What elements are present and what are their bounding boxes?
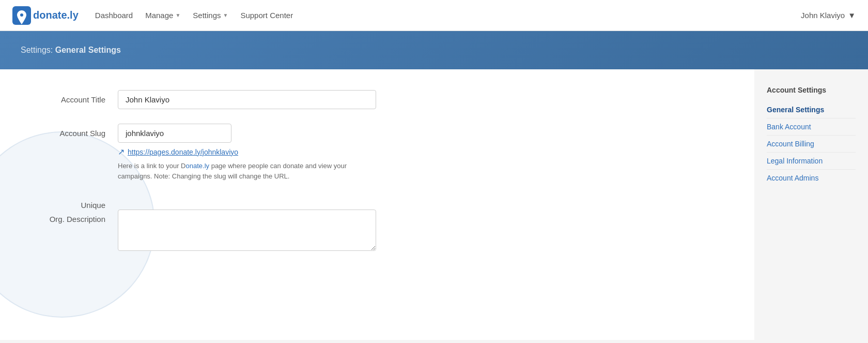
nav-support[interactable]: Support Center xyxy=(240,11,293,20)
slug-desc-highlight: onate.ly xyxy=(186,162,210,170)
sidebar-item-bank-label: Bank Account xyxy=(767,123,811,131)
slug-description: Here is a link to your Donate.ly page wh… xyxy=(118,161,376,181)
sidebar-item-admins-label: Account Admins xyxy=(767,174,818,182)
slug-desc-part1: Here is a link to your D xyxy=(118,162,186,170)
account-settings-title: Account Settings xyxy=(767,86,856,94)
slug-link[interactable]: https://pages.donate.ly/johnklaviyo xyxy=(128,148,238,156)
nav-links: Dashboard Manage ▼ Settings ▼ Support Ce… xyxy=(95,11,293,20)
account-slug-wrap: ↗ https://pages.donate.ly/johnklaviyo He… xyxy=(118,124,376,181)
logo-text: donate.ly xyxy=(33,9,79,21)
logo-icon xyxy=(12,6,31,25)
user-name: John Klaviyo xyxy=(801,11,845,20)
page-title: General Settings xyxy=(55,46,121,54)
unique-row: Unique xyxy=(25,196,730,210)
nav-dashboard[interactable]: Dashboard xyxy=(95,11,133,20)
nav-manage[interactable]: Manage ▼ xyxy=(145,11,180,20)
nav-manage-arrow: ▼ xyxy=(175,12,180,18)
nav-settings-label: Settings xyxy=(193,11,221,20)
account-title-wrap xyxy=(118,90,376,109)
slug-row xyxy=(118,124,376,143)
org-description-row: Org. Description xyxy=(25,210,730,253)
external-link-icon: ↗ xyxy=(118,147,125,157)
breadcrumb: Settings: General Settings xyxy=(21,46,847,55)
user-menu[interactable]: John Klaviyo ▼ xyxy=(801,11,856,20)
account-title-row: Account Title xyxy=(25,90,730,109)
account-title-label: Account Title xyxy=(25,90,118,104)
org-description-input[interactable] xyxy=(118,210,376,251)
nav-support-label: Support Center xyxy=(240,11,293,20)
account-title-input[interactable] xyxy=(118,90,376,109)
nav-settings-arrow: ▼ xyxy=(223,12,228,18)
navbar-left: donate.ly Dashboard Manage ▼ Settings ▼ … xyxy=(12,6,293,25)
form-area: Account Title Account Slug ↗ https://pag… xyxy=(0,69,754,340)
right-sidebar: Account Settings General Settings Bank A… xyxy=(754,69,868,340)
sidebar-item-billing-label: Account Billing xyxy=(767,140,814,148)
slug-link-row: ↗ https://pages.donate.ly/johnklaviyo xyxy=(118,147,376,157)
user-menu-arrow: ▼ xyxy=(848,11,856,20)
sidebar-item-legal-label: Legal Information xyxy=(767,157,823,165)
sidebar-item-legal-information[interactable]: Legal Information xyxy=(767,153,856,170)
page-header: Settings: General Settings xyxy=(0,31,868,69)
sidebar-item-bank-account[interactable]: Bank Account xyxy=(767,118,856,136)
unique-label: Unique xyxy=(25,196,118,210)
nav-settings[interactable]: Settings ▼ xyxy=(193,11,228,20)
sidebar-item-account-admins[interactable]: Account Admins xyxy=(767,170,856,186)
account-slug-label: Account Slug xyxy=(25,124,118,138)
org-description-wrap xyxy=(118,210,376,253)
nav-manage-label: Manage xyxy=(145,11,173,20)
sidebar-item-account-billing[interactable]: Account Billing xyxy=(767,136,856,153)
sidebar-item-general-settings[interactable]: General Settings xyxy=(767,101,856,118)
logo[interactable]: donate.ly xyxy=(12,6,79,25)
breadcrumb-prefix: Settings: xyxy=(21,46,53,54)
account-slug-row: Account Slug ↗ https://pages.donate.ly/j… xyxy=(25,124,730,181)
account-slug-input[interactable] xyxy=(118,124,231,143)
sidebar-item-general-label: General Settings xyxy=(767,106,824,114)
org-description-label: Org. Description xyxy=(25,210,118,223)
navbar: donate.ly Dashboard Manage ▼ Settings ▼ … xyxy=(0,0,868,31)
main-content: Account Title Account Slug ↗ https://pag… xyxy=(0,69,868,340)
nav-dashboard-label: Dashboard xyxy=(95,11,133,20)
